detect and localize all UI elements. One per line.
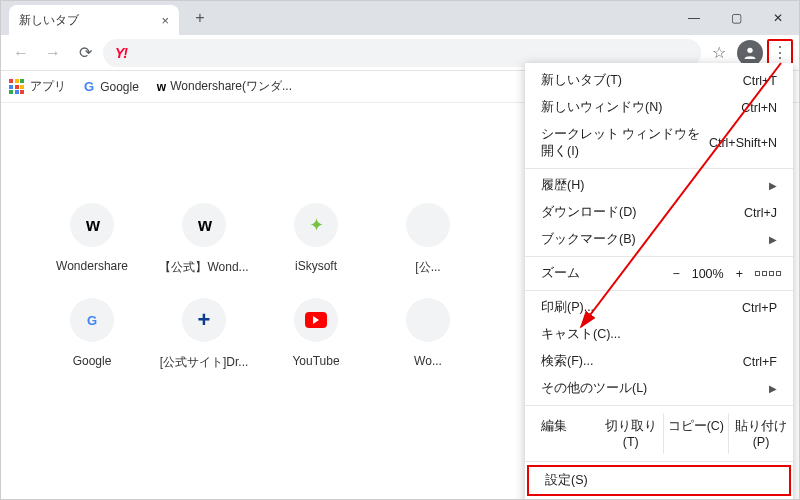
bookmark-label: Google — [100, 80, 139, 94]
menu-new-tab[interactable]: 新しいタブ(T)Ctrl+T — [525, 67, 793, 94]
bookmark-label: Wondershare(ワンダ... — [170, 78, 292, 95]
zoom-label: ズーム — [541, 265, 660, 282]
menu-settings[interactable]: 設定(S) — [529, 467, 789, 494]
submenu-arrow-icon: ▶ — [769, 234, 777, 245]
menu-separator — [525, 405, 793, 406]
back-button[interactable]: ← — [7, 39, 35, 67]
menu-separator — [525, 290, 793, 291]
submenu-arrow-icon: ▶ — [769, 383, 777, 394]
menu-copy[interactable]: コピー(C) — [664, 413, 729, 454]
menu-print[interactable]: 印刷(P)...Ctrl+P — [525, 294, 793, 321]
tile-youtube[interactable]: YouTube — [265, 298, 367, 371]
wondershare-icon: w — [157, 80, 164, 94]
close-window-button[interactable]: ✕ — [757, 3, 799, 33]
tile-partial-1[interactable]: [公... — [377, 203, 479, 276]
new-tab-button[interactable]: + — [187, 5, 213, 31]
edit-label: 編集 — [525, 413, 599, 454]
menu-more-tools[interactable]: その他のツール(L)▶ — [525, 375, 793, 402]
menu-help[interactable]: ヘルプ(H)▶ — [525, 496, 793, 500]
profile-avatar-button[interactable] — [737, 40, 763, 66]
zoom-out-button[interactable]: − — [672, 267, 679, 281]
close-tab-icon[interactable]: × — [161, 13, 169, 28]
menu-downloads[interactable]: ダウンロード(D)Ctrl+J — [525, 199, 793, 226]
browser-tab[interactable]: 新しいタブ × — [9, 5, 179, 35]
tile-wondershare-official[interactable]: w【公式】Wond... — [153, 203, 255, 276]
window-controls: — ▢ ✕ — [673, 3, 799, 33]
menu-zoom-row: ズーム − 100% + — [525, 260, 793, 287]
reload-button[interactable]: ⟳ — [71, 39, 99, 67]
forward-button[interactable]: → — [39, 39, 67, 67]
menu-bookmarks[interactable]: ブックマーク(B)▶ — [525, 226, 793, 253]
menu-cut[interactable]: 切り取り(T) — [599, 413, 664, 454]
chrome-main-menu: 新しいタブ(T)Ctrl+T 新しいウィンドウ(N)Ctrl+N シークレット … — [525, 63, 793, 500]
tile-google[interactable]: GGoogle — [41, 298, 143, 371]
menu-new-window[interactable]: 新しいウィンドウ(N)Ctrl+N — [525, 94, 793, 121]
annotation-highlight-settings: 設定(S) — [527, 465, 791, 496]
menu-cast[interactable]: キャスト(C)... — [525, 321, 793, 348]
apps-shortcut[interactable]: アプリ — [9, 78, 66, 95]
zoom-in-button[interactable]: + — [736, 267, 743, 281]
apps-label: アプリ — [30, 78, 66, 95]
bookmark-google[interactable]: G Google — [84, 79, 139, 94]
menu-paste[interactable]: 貼り付け(P) — [729, 413, 793, 454]
titlebar: 新しいタブ × + — ▢ ✕ — [1, 1, 799, 35]
submenu-arrow-icon: ▶ — [769, 180, 777, 191]
tile-drfone[interactable]: +[公式サイト]Dr... — [153, 298, 255, 371]
svg-point-0 — [747, 47, 752, 52]
google-icon: G — [84, 79, 94, 94]
site-icon: Y! — [115, 45, 127, 61]
apps-grid-icon — [9, 79, 24, 94]
tile-wondershare[interactable]: wWondershare — [41, 203, 143, 276]
menu-incognito[interactable]: シークレット ウィンドウを開く(I)Ctrl+Shift+N — [525, 121, 793, 165]
maximize-button[interactable]: ▢ — [715, 3, 757, 33]
menu-separator — [525, 461, 793, 462]
minimize-button[interactable]: — — [673, 3, 715, 33]
zoom-value: 100% — [692, 267, 724, 281]
tile-partial-2[interactable]: Wo... — [377, 298, 479, 371]
fullscreen-icon[interactable] — [755, 271, 781, 276]
menu-separator — [525, 256, 793, 257]
menu-find[interactable]: 検索(F)...Ctrl+F — [525, 348, 793, 375]
menu-history[interactable]: 履歴(H)▶ — [525, 172, 793, 199]
menu-edit-row: 編集 切り取り(T) コピー(C) 貼り付け(P) — [525, 409, 793, 458]
tab-title: 新しいタブ — [19, 12, 79, 29]
menu-separator — [525, 168, 793, 169]
bookmark-wondershare[interactable]: w Wondershare(ワンダ... — [157, 78, 292, 95]
youtube-icon — [305, 312, 327, 328]
tile-iskysoft[interactable]: ✦iSkysoft — [265, 203, 367, 276]
